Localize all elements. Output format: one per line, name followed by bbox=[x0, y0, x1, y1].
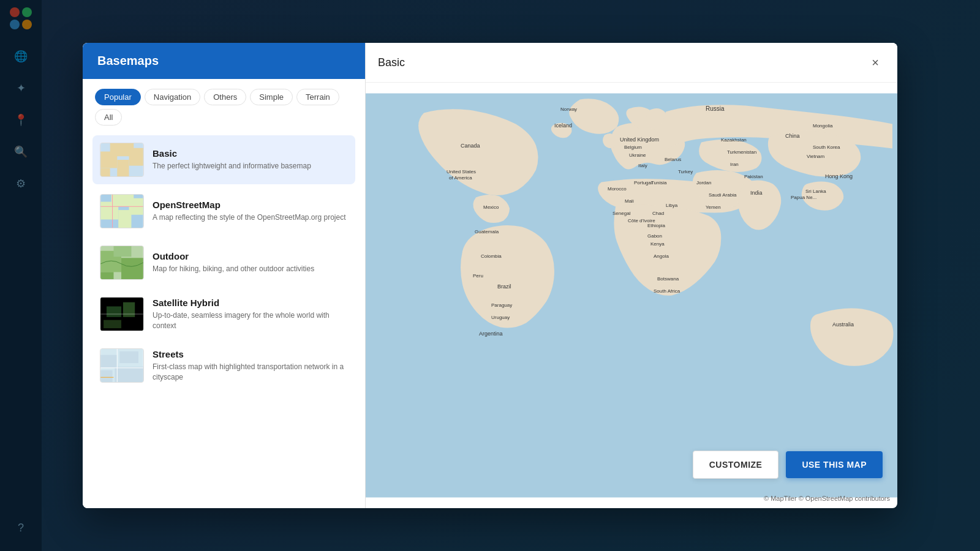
svg-text:Belgium: Belgium bbox=[624, 144, 642, 150]
svg-text:Mali: Mali bbox=[625, 198, 634, 204]
svg-text:China: China bbox=[785, 133, 800, 139]
svg-text:Portugal: Portugal bbox=[634, 180, 652, 186]
map-name-streets: Streets bbox=[153, 349, 348, 359]
svg-text:Chad: Chad bbox=[652, 211, 664, 216]
map-info-basic: Basic The perfect lightweight and inform… bbox=[153, 148, 348, 171]
svg-rect-32 bbox=[115, 367, 143, 382]
svg-text:Turkey: Turkey bbox=[678, 169, 693, 174]
svg-text:Peru: Peru bbox=[473, 273, 483, 279]
map-item-outdoor[interactable]: Outdoor Map for hiking, biking, and othe… bbox=[92, 238, 355, 287]
map-info-outdoor: Outdoor Map for hiking, biking, and othe… bbox=[153, 251, 348, 274]
world-map-svg: Canada United States of America Mexico G… bbox=[366, 83, 897, 508]
map-desc-basic: The perfect lightweight and informative … bbox=[153, 161, 348, 171]
svg-text:Brazil: Brazil bbox=[497, 283, 511, 290]
svg-rect-20 bbox=[121, 258, 143, 279]
tab-navigation[interactable]: Navigation bbox=[145, 89, 200, 105]
svg-text:of America: of America bbox=[449, 175, 472, 181]
svg-text:Tunisia: Tunisia bbox=[651, 180, 667, 186]
svg-text:Yemen: Yemen bbox=[706, 204, 721, 210]
svg-rect-7 bbox=[117, 160, 129, 176]
right-panel: Basic × bbox=[366, 43, 897, 508]
svg-text:Ethiopia: Ethiopia bbox=[647, 223, 665, 228]
customize-button[interactable]: CUSTOMIZE bbox=[693, 451, 779, 479]
right-panel-title: Basic bbox=[378, 56, 405, 69]
action-bar: CUSTOMIZE USE THIS MAP bbox=[693, 451, 883, 479]
tab-simple[interactable]: Simple bbox=[250, 89, 293, 105]
map-item-basic[interactable]: Basic The perfect lightweight and inform… bbox=[92, 135, 355, 184]
svg-text:Iceland: Iceland bbox=[554, 122, 572, 129]
filter-tabs-container: Popular Navigation Others Simple Terrain… bbox=[83, 79, 365, 133]
svg-text:Angola: Angola bbox=[654, 253, 669, 259]
svg-text:Saudi Arabia: Saudi Arabia bbox=[709, 192, 737, 198]
map-desc-satellite: Up-to-date, seamless imagery for the who… bbox=[153, 310, 348, 331]
map-item-osm[interactable]: OpenStreetMap A map reflecting the style… bbox=[92, 187, 355, 236]
svg-text:Russia: Russia bbox=[706, 105, 725, 112]
use-this-map-button[interactable]: USE THIS MAP bbox=[786, 451, 883, 478]
svg-text:Turkmenistan: Turkmenistan bbox=[727, 149, 756, 155]
basemaps-modal: Basemaps Popular Navigation Others Simpl… bbox=[83, 43, 897, 508]
svg-text:Paraguay: Paraguay bbox=[491, 302, 512, 308]
svg-text:Norway: Norway bbox=[560, 107, 577, 112]
map-item-satellite[interactable]: Satellite Hybrid Up-to-date, seamless im… bbox=[92, 290, 355, 339]
tab-others[interactable]: Others bbox=[204, 89, 246, 105]
svg-rect-26 bbox=[104, 320, 121, 329]
svg-text:Italy: Italy bbox=[638, 163, 647, 168]
svg-text:South Korea: South Korea bbox=[813, 144, 840, 150]
modal-overlay: Basemaps Popular Navigation Others Simpl… bbox=[0, 0, 980, 551]
svg-rect-9 bbox=[129, 148, 143, 166]
svg-text:India: India bbox=[750, 190, 763, 196]
svg-text:Uruguay: Uruguay bbox=[491, 315, 510, 320]
svg-text:Iran: Iran bbox=[730, 162, 739, 167]
map-info-streets: Streets First-class map with highlighted… bbox=[153, 349, 348, 383]
svg-text:Ukraine: Ukraine bbox=[629, 152, 646, 158]
map-thumb-outdoor bbox=[100, 246, 144, 280]
map-info-osm: OpenStreetMap A map reflecting the style… bbox=[153, 200, 348, 223]
tab-all[interactable]: All bbox=[95, 109, 122, 126]
svg-text:Argentina: Argentina bbox=[479, 331, 503, 337]
map-preview: Canada United States of America Mexico G… bbox=[366, 83, 897, 508]
tab-popular[interactable]: Popular bbox=[95, 89, 141, 105]
svg-text:South Africa: South Africa bbox=[654, 288, 680, 294]
map-item-streets[interactable]: Streets First-class map with highlighted… bbox=[92, 341, 355, 390]
svg-text:Papua Ne...: Papua Ne... bbox=[791, 195, 816, 200]
map-name-basic: Basic bbox=[153, 148, 348, 159]
svg-text:Hong Kong: Hong Kong bbox=[825, 173, 853, 179]
tab-terrain[interactable]: Terrain bbox=[296, 89, 339, 105]
close-button[interactable]: × bbox=[865, 53, 885, 72]
map-name-satellite: Satellite Hybrid bbox=[153, 298, 348, 308]
svg-rect-30 bbox=[119, 351, 138, 363]
right-panel-header: Basic × bbox=[366, 43, 897, 83]
svg-text:United Kingdom: United Kingdom bbox=[620, 137, 659, 143]
map-thumb-satellite bbox=[100, 297, 144, 331]
svg-text:Gabon: Gabon bbox=[647, 233, 662, 239]
svg-text:Morocco: Morocco bbox=[608, 186, 627, 192]
svg-text:Libya: Libya bbox=[666, 203, 678, 208]
svg-text:United States: United States bbox=[447, 169, 476, 174]
svg-rect-19 bbox=[114, 246, 132, 257]
svg-text:Canada: Canada bbox=[461, 143, 480, 149]
map-name-osm: OpenStreetMap bbox=[153, 200, 348, 210]
left-panel: Basemaps Popular Navigation Others Simpl… bbox=[83, 43, 366, 508]
svg-text:Kenya: Kenya bbox=[650, 241, 665, 247]
left-panel-header: Basemaps bbox=[83, 43, 365, 79]
svg-rect-29 bbox=[100, 355, 117, 368]
svg-rect-25 bbox=[123, 302, 135, 317]
svg-rect-8 bbox=[100, 168, 110, 177]
svg-text:Kazakhstan: Kazakhstan bbox=[721, 137, 747, 143]
svg-text:Botswana: Botswana bbox=[657, 276, 679, 282]
map-desc-streets: First-class map with highlighted transpo… bbox=[153, 362, 348, 383]
svg-text:Sri Lanka: Sri Lanka bbox=[805, 189, 826, 194]
svg-rect-31 bbox=[100, 370, 112, 382]
svg-text:Colombia: Colombia bbox=[481, 253, 502, 259]
svg-text:Australia: Australia bbox=[832, 321, 854, 328]
svg-rect-21 bbox=[100, 272, 113, 279]
map-desc-outdoor: Map for hiking, biking, and other outdoo… bbox=[153, 264, 348, 274]
svg-text:Guatemala: Guatemala bbox=[475, 229, 499, 234]
map-thumb-streets bbox=[100, 348, 144, 383]
svg-text:Pakistan: Pakistan bbox=[744, 174, 763, 179]
map-name-outdoor: Outdoor bbox=[153, 251, 348, 261]
svg-text:Mongolia: Mongolia bbox=[813, 123, 833, 129]
svg-text:Mexico: Mexico bbox=[483, 204, 499, 210]
svg-text:Vietnam: Vietnam bbox=[807, 154, 825, 159]
svg-text:Senegal: Senegal bbox=[612, 211, 631, 216]
